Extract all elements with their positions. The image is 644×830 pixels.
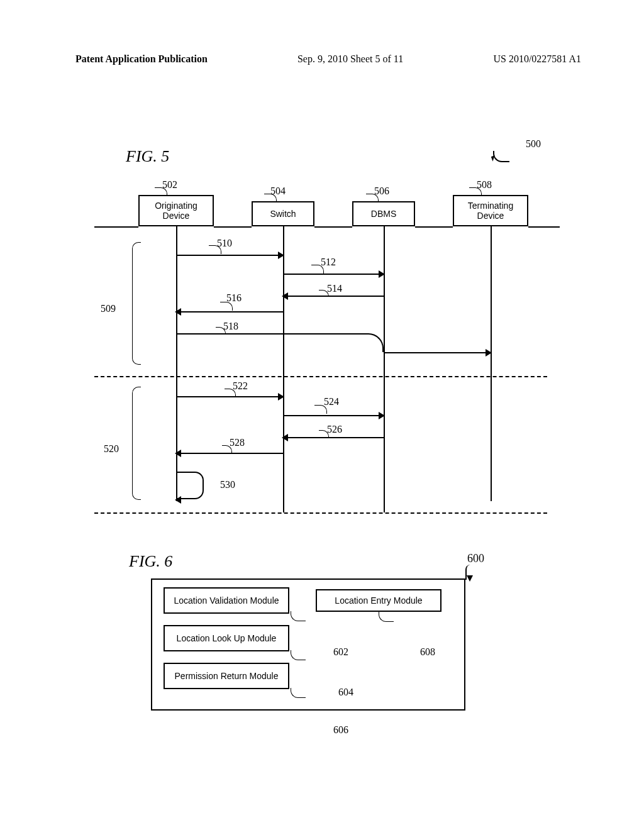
bracket-509 [132, 242, 141, 365]
leader-512 [311, 265, 324, 274]
separator-1 [94, 376, 547, 377]
module-permission-return: Permission Return Module [164, 663, 289, 689]
message-530-arrow-icon [175, 496, 181, 504]
message-518-curve [283, 333, 384, 352]
header-left: Patent Application Publication [75, 53, 208, 65]
header-right: US 2010/0227581 A1 [493, 53, 581, 65]
leader-504 [264, 194, 277, 202]
ref-600-arrow-icon [467, 575, 473, 582]
message-526 [283, 437, 384, 438]
axis-line [528, 226, 560, 228]
figure-5-title: FIG. 5 [126, 147, 169, 166]
axis-line [94, 226, 138, 228]
module-location-validation: Location Validation Module [164, 587, 289, 614]
leader-502 [155, 187, 167, 196]
ref-526: 526 [327, 424, 342, 435]
message-530-self [176, 472, 204, 499]
ref-522: 522 [233, 380, 248, 392]
header-center: Sep. 9, 2010 Sheet 5 of 11 [297, 53, 403, 65]
message-518-part1 [176, 333, 283, 335]
axis-line [314, 226, 352, 228]
ref-530: 530 [220, 479, 235, 490]
ref-524: 524 [324, 396, 339, 407]
page-header: Patent Application Publication Sep. 9, 2… [0, 53, 644, 65]
message-524 [283, 415, 384, 416]
axis-line [214, 226, 252, 228]
ref-500-leader [493, 151, 509, 162]
axis-line [415, 226, 453, 228]
separator-2 [94, 512, 547, 514]
leader-516 [220, 302, 233, 311]
ref-509: 509 [101, 303, 116, 314]
leader-506 [366, 194, 379, 202]
message-518-part2 [384, 352, 491, 353]
bracket-520 [132, 387, 141, 500]
ref-602: 602 [333, 646, 348, 658]
leader-510 [209, 245, 221, 254]
lane-switch: Switch [252, 201, 314, 226]
lifeline-dbms [384, 226, 385, 512]
ref-600: 600 [467, 552, 484, 565]
lane-originating-device: Originating Device [138, 195, 214, 226]
lifeline-terminating [491, 226, 492, 501]
ref-604: 604 [338, 687, 353, 698]
message-514 [283, 296, 384, 297]
ref-518: 518 [223, 321, 238, 332]
fig6-outer-box: Location Validation Module Location Entr… [151, 578, 465, 711]
figure-6-title: FIG. 6 [129, 552, 172, 571]
message-512 [283, 274, 384, 275]
leader-508 [469, 187, 482, 196]
lane-terminating-device: Terminating Device [453, 195, 528, 226]
leader-524 [314, 405, 327, 414]
ref-608: 608 [420, 646, 435, 658]
ref-500: 500 [526, 138, 541, 150]
lifeline-switch [283, 226, 284, 512]
lifeline-originating [176, 226, 177, 501]
ref-520: 520 [104, 443, 119, 455]
ref-512: 512 [321, 257, 336, 268]
module-location-lookup: Location Look Up Module [164, 625, 289, 651]
lane-dbms: DBMS [352, 201, 415, 226]
module-location-entry: Location Entry Module [316, 589, 441, 612]
figure-6: FIG. 6 600 Location Validation Module Lo… [126, 547, 503, 723]
ref-606: 606 [333, 724, 348, 736]
ref-528: 528 [230, 437, 245, 448]
message-516 [176, 311, 283, 313]
message-510 [176, 255, 283, 256]
ref-514: 514 [327, 283, 342, 294]
figure-5: FIG. 5 500 Originating Device Switch DBM… [94, 132, 547, 509]
